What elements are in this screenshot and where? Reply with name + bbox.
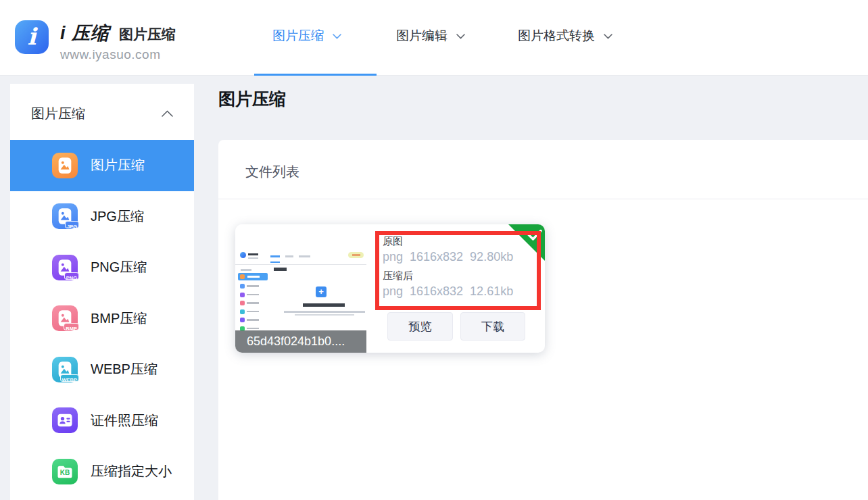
thumbnail-mini-screenshot: +: [235, 224, 366, 330]
sidebar-item-id-photo-compress[interactable]: 证件照压缩: [10, 395, 194, 447]
sidebar-item-label: WEBP压缩: [91, 360, 158, 378]
webp-compress-icon: WEBP: [52, 357, 78, 382]
sidebar-item-label: 压缩指定大小: [91, 462, 172, 480]
sidebar-item-label: BMP压缩: [91, 309, 147, 328]
sidebar-item-label: PNG压缩: [91, 258, 147, 276]
tab-label: 图片格式转换: [518, 27, 595, 45]
sidebar-item-image-compress[interactable]: 图片压缩: [10, 140, 194, 191]
app-header: i i 压缩 图片压缩 www.iyasuo.com 图片压缩 图片编辑 图片格…: [0, 0, 868, 76]
file-name: 65d43f024b1b0....: [235, 330, 366, 353]
compressed-info: png 1616x832 12.61kb: [383, 283, 513, 300]
image-compress-icon: [52, 153, 78, 178]
mini-sidebar-active: [238, 273, 268, 280]
chevron-down-icon: [604, 34, 612, 39]
brand-url: www.iyasuo.com: [60, 47, 176, 62]
tab-image-edit[interactable]: 图片编辑: [396, 27, 465, 45]
panel-divider: [218, 199, 868, 199]
checkmark-icon: [527, 229, 542, 241]
tab-image-compress[interactable]: 图片压缩: [272, 27, 341, 45]
chevron-down-icon: [456, 34, 465, 39]
bmp-compress-icon: BMP: [52, 305, 78, 331]
file-item-card: + 65d43f024b1b0.... 原图 png 1616x832 92.8…: [235, 224, 545, 353]
file-list-panel: 文件列表: [218, 140, 868, 500]
mini-vip-button: [348, 252, 364, 258]
active-tab-underline: [254, 74, 377, 76]
original-info: png 1616x832 92.80kb: [383, 249, 513, 266]
tab-label: 图片编辑: [396, 27, 448, 45]
sidebar-item-jpg-compress[interactable]: JPG JPG压缩: [10, 191, 194, 243]
tab-format-convert[interactable]: 图片格式转换: [518, 27, 612, 45]
mini-logo: [240, 252, 246, 258]
sidebar-group-title: 图片压缩: [31, 105, 85, 123]
file-thumbnail[interactable]: + 65d43f024b1b0....: [235, 224, 366, 353]
chevron-down-icon: [333, 34, 341, 39]
sidebar-item-png-compress[interactable]: PNG PNG压缩: [10, 242, 194, 293]
chevron-up-icon: [162, 110, 173, 117]
format-badge: WEBP: [60, 374, 80, 382]
tab-label: 图片压缩: [272, 27, 324, 45]
site-logo[interactable]: i i 压缩 图片压缩 www.iyasuo.com: [15, 20, 176, 62]
logo-icon: i: [15, 20, 49, 54]
id-photo-icon: [52, 407, 78, 433]
sidebar-item-bmp-compress[interactable]: BMP BMP压缩: [10, 293, 194, 345]
format-badge: JPG: [65, 221, 79, 228]
sidebar-item-compress-to-size[interactable]: KB 压缩指定大小: [10, 446, 194, 497]
mini-upload-button: +: [316, 286, 327, 297]
download-button[interactable]: 下载: [460, 312, 525, 341]
brand-name: i 压缩: [60, 21, 110, 45]
original-label: 原图: [383, 233, 513, 249]
png-compress-icon: PNG: [52, 255, 78, 280]
jpg-compress-icon: JPG: [52, 203, 78, 229]
format-badge: BMP: [64, 323, 79, 330]
sidebar: 图片压缩 图片压缩 JPG JPG压缩 PNG PNG压缩 BMP BMP压缩: [10, 84, 194, 500]
page-title: 图片压缩: [218, 88, 286, 110]
sidebar-group-header[interactable]: 图片压缩: [10, 84, 194, 140]
brand-suffix: 图片压缩: [119, 25, 176, 44]
sidebar-item-label: 证件照压缩: [91, 411, 158, 430]
panel-title: 文件列表: [245, 163, 299, 181]
preview-button[interactable]: 预览: [387, 312, 453, 341]
file-info: 原图 png 1616x832 92.80kb 压缩后 png 1616x832…: [383, 233, 513, 302]
sidebar-item-label: JPG压缩: [91, 207, 144, 226]
kb-badge: KB: [52, 469, 78, 476]
sidebar-item-label: 图片压缩: [91, 156, 145, 174]
compressed-label: 压缩后: [383, 268, 513, 283]
format-badge: PNG: [64, 272, 79, 280]
sidebar-item-webp-compress[interactable]: WEBP WEBP压缩: [10, 344, 194, 395]
kb-size-icon: KB: [52, 459, 78, 484]
